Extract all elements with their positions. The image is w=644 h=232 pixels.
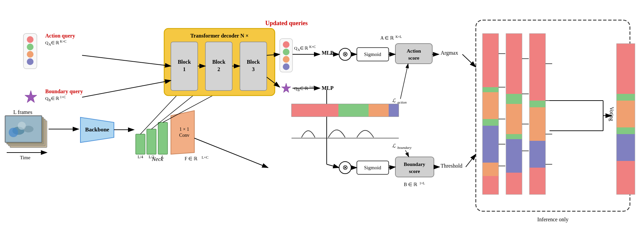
- a-formula-sup: K×L: [396, 35, 402, 39]
- arrow-lboundary-score: [405, 150, 409, 157]
- boundary-score-box: [395, 157, 434, 177]
- neck-bar-l4: [136, 134, 145, 154]
- qb-out-sub: B: [298, 88, 300, 92]
- l-label: L: [162, 155, 164, 159]
- inf-bar1-g1: [482, 87, 499, 92]
- inf-bar2-g2: [506, 134, 522, 139]
- l-action-label: ℒ: [392, 98, 396, 103]
- f-formula: F ∈ ℝ: [185, 156, 197, 161]
- action-bar-green: [338, 104, 369, 117]
- qa-out-red: [283, 41, 289, 48]
- aq-blue2: [27, 58, 34, 65]
- arrow-mlp-bot-otimes: [327, 164, 339, 168]
- l-action-sub: action: [397, 100, 407, 104]
- boundary-query-in-r1: ∈ ℝ: [51, 96, 59, 101]
- conv-label2: Conv: [179, 133, 189, 138]
- block2-label: Block: [212, 59, 225, 65]
- transformer-title: Transformer decoder N ×: [190, 33, 249, 39]
- inf-bar2-r2: [506, 173, 522, 194]
- boundary-query-sup: 1×C: [60, 95, 66, 99]
- inf-bar1-r2: [482, 176, 499, 194]
- out-bar-g1: [617, 94, 635, 101]
- action-score-label2: score: [408, 55, 419, 61]
- inf-bar2-o1: [506, 104, 522, 134]
- qb-out-icon: [281, 83, 291, 93]
- neck-bar-l: [158, 122, 168, 154]
- argmax-label: Argmax: [441, 50, 458, 56]
- action-score-box: [395, 44, 432, 64]
- inf-bar3-r1: [529, 34, 545, 101]
- inf-bar2-b1: [506, 139, 522, 173]
- svg-marker-9: [25, 91, 37, 103]
- svg-point-7: [18, 122, 26, 130]
- aq-green2: [27, 44, 34, 50]
- arrow-conv-otimes-bot: [194, 138, 268, 168]
- inf-bar1-b1: [482, 126, 499, 163]
- updated-queries-label: Updated queries: [265, 20, 308, 26]
- a-formula: A ∈ ℝ: [380, 36, 393, 41]
- boundary-waveform: [292, 130, 399, 138]
- out-bar-r2: [617, 161, 635, 194]
- inf-bar3-b1: [529, 141, 545, 168]
- l2-label: L/2: [149, 155, 154, 159]
- block3-num: 3: [252, 66, 255, 72]
- inf-bar1-o1: [482, 92, 499, 119]
- time-label: Time: [20, 155, 30, 160]
- voting-label: Voting: [608, 107, 615, 121]
- l-frames-label: L frames: [13, 109, 33, 115]
- boundary-score-label2: score: [409, 169, 420, 174]
- sigmoid-bottom-label: Sigmoid: [364, 165, 381, 170]
- qa-out-label: Q: [294, 46, 298, 51]
- action-query-in-rk: ∈ ℝ: [51, 40, 59, 45]
- boundary-score-label1: Boundary: [404, 162, 426, 167]
- qa-out-green: [283, 49, 289, 55]
- neck-conv-shape: [171, 111, 194, 154]
- arrow-argmax-inf: [462, 54, 476, 67]
- block1-label: Block: [178, 59, 191, 65]
- out-bar-o1: [617, 101, 635, 127]
- block2-num: 2: [217, 66, 220, 72]
- otimes-top-symbol: ⊗: [342, 50, 348, 58]
- f-formula-sup: L×C: [202, 155, 208, 159]
- boundary-query-formula: Q: [45, 96, 49, 101]
- inf-bar1-o2: [482, 163, 499, 176]
- backbone-label: Backbone: [85, 126, 109, 133]
- inf-bar1-r1: [482, 34, 499, 87]
- action-query-formula: Q: [45, 40, 49, 45]
- arrow-aq-block1: [82, 55, 171, 66]
- qa-out-blue: [283, 63, 289, 70]
- l-boundary-sub: boundary: [397, 146, 411, 150]
- svg-marker-10: [281, 83, 291, 93]
- sigmoid-top-label: Sigmoid: [364, 52, 381, 57]
- threshold-label: Threshold: [441, 163, 462, 169]
- inf-bar3-o1: [529, 107, 545, 141]
- action-query-sup: K×C: [60, 40, 67, 43]
- b-formula: B ∈ ℝ: [404, 182, 417, 187]
- action-score-label1: Action: [407, 48, 421, 54]
- otimes-bottom-symbol: ⊗: [342, 164, 348, 171]
- b-formula-sup: 1×L: [420, 181, 425, 185]
- arrow-laction-score: [400, 64, 408, 99]
- l-boundary-label: ℒ: [392, 143, 396, 149]
- action-query-label: Action query: [45, 33, 75, 39]
- diagram-container: L frames Time Backbone Neck L/4 L/2 L 1 …: [0, 0, 644, 232]
- block1-num: 1: [183, 66, 186, 72]
- neck-bar-l2: [147, 129, 156, 154]
- qa-out-rk: ∈ ℝ: [300, 46, 308, 51]
- qa-out-sup: K×C: [309, 45, 316, 49]
- action-bar-blue: [389, 104, 399, 117]
- mlp-bottom-label: MLP: [322, 85, 334, 91]
- boundary-query-label: Boundary query: [45, 89, 83, 95]
- inf-bar2-g1: [506, 94, 522, 104]
- inf-bar3-r2: [529, 168, 545, 194]
- inf-bar3-g1: [529, 101, 545, 107]
- qa-out-orange: [283, 56, 289, 63]
- l4-label: L/4: [138, 155, 143, 159]
- conv-label: 1 × 1: [180, 127, 189, 132]
- inference-only-label: Inference only: [537, 217, 569, 223]
- arrow-sigmoid-bot-boundary: [389, 167, 395, 168]
- boundary-query-sub: B: [49, 98, 51, 102]
- aq-orange2: [27, 51, 34, 58]
- aq-red2: [27, 36, 34, 43]
- out-bar-g2: [617, 127, 635, 134]
